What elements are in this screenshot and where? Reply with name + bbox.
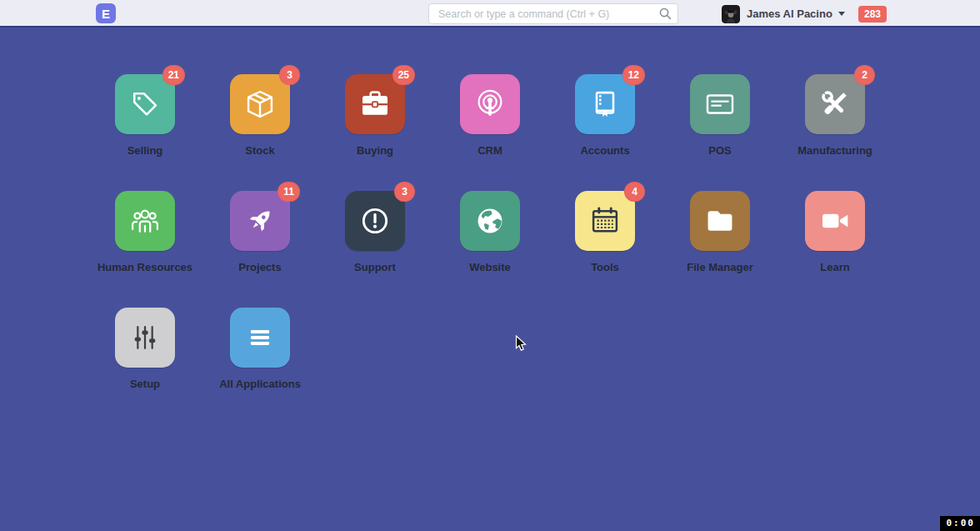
app-label: Learn <box>820 261 849 273</box>
calendar-icon <box>588 204 622 238</box>
app-tile-all-applications[interactable]: All Applications <box>202 308 318 424</box>
app-count-badge: 3 <box>394 182 415 202</box>
app-tile-human-resources[interactable]: Human Resources <box>88 191 202 308</box>
user-avatar <box>722 5 740 23</box>
credit-card-icon <box>703 88 737 121</box>
user-name: James Al Pacino <box>747 8 832 20</box>
app-icon[interactable] <box>230 308 290 368</box>
app-tile-file-manager[interactable]: File Manager <box>662 191 778 308</box>
app-icon[interactable]: 12 <box>575 74 635 134</box>
app-tile-support[interactable]: 3 Support <box>318 191 432 308</box>
package-icon <box>243 88 277 121</box>
journal-icon <box>588 88 622 121</box>
app-label: File Manager <box>687 261 752 273</box>
app-icon[interactable] <box>460 74 520 134</box>
app-count-badge: 21 <box>162 65 185 85</box>
app-tile-crm[interactable]: CRM <box>432 74 548 191</box>
app-label: Buying <box>357 144 393 157</box>
issue-icon <box>358 204 392 238</box>
top-navbar: E James Al Pacino 283 <box>0 0 980 28</box>
app-tile-selling[interactable]: 21 Selling <box>88 74 202 191</box>
app-label: Website <box>469 261 511 273</box>
app-tile-manufacturing[interactable]: 2 Manufacturing <box>778 74 892 191</box>
app-count-badge: 11 <box>278 182 300 202</box>
app-label: Tools <box>591 261 619 273</box>
app-tile-accounts[interactable]: 12 Accounts <box>548 74 662 191</box>
menu-icon <box>243 321 277 354</box>
app-count-badge: 4 <box>624 182 645 202</box>
app-icon[interactable]: 11 <box>230 191 290 251</box>
app-label: Human Resources <box>98 261 192 273</box>
app-tile-website[interactable]: Website <box>432 191 548 308</box>
app-count-badge: 2 <box>854 65 875 85</box>
rocket-icon <box>243 204 277 238</box>
recording-timer: 0:00 <box>940 516 980 531</box>
app-label: Support <box>354 261 396 273</box>
app-label: Projects <box>238 261 281 273</box>
app-label: Manufacturing <box>798 144 872 157</box>
globe-icon <box>473 204 507 238</box>
search-icon[interactable] <box>658 7 672 21</box>
briefcase-icon <box>358 88 392 121</box>
app-tile-pos[interactable]: POS <box>662 74 778 191</box>
chevron-down-icon <box>838 12 845 16</box>
app-tile-buying[interactable]: 25 Buying <box>318 74 432 191</box>
app-label: All Applications <box>219 378 301 390</box>
app-icon[interactable]: 25 <box>345 74 405 134</box>
app-icon[interactable]: 4 <box>575 191 635 251</box>
app-tile-tools[interactable]: 4 Tools <box>548 191 662 308</box>
app-icon[interactable] <box>115 308 175 368</box>
app-tile-setup[interactable]: Setup <box>88 308 202 424</box>
app-label: CRM <box>478 144 502 157</box>
app-count-badge: 12 <box>622 65 645 85</box>
user-menu[interactable]: James Al Pacino <box>722 0 845 28</box>
app-tile-stock[interactable]: 3 Stock <box>202 74 318 191</box>
app-count-badge: 25 <box>392 65 415 85</box>
app-icon[interactable]: 3 <box>345 191 405 251</box>
app-icon[interactable]: 3 <box>230 74 290 134</box>
app-label: Accounts <box>580 144 629 157</box>
folder-icon <box>703 204 737 238</box>
people-icon <box>128 204 162 238</box>
app-label: POS <box>708 144 731 157</box>
app-icon[interactable] <box>690 191 750 251</box>
app-logo[interactable]: E <box>96 3 116 23</box>
tools-icon <box>818 88 852 121</box>
app-label: Stock <box>245 144 274 157</box>
app-icon[interactable]: 21 <box>115 74 175 134</box>
video-camera-icon <box>818 204 852 238</box>
sliders-icon <box>128 321 162 354</box>
app-icon[interactable]: 2 <box>805 74 865 134</box>
app-icon[interactable] <box>115 191 175 251</box>
tag-icon <box>128 88 162 121</box>
app-tile-projects[interactable]: 11 Projects <box>202 191 318 308</box>
app-label: Setup <box>130 378 160 390</box>
app-icon[interactable] <box>460 191 520 251</box>
app-grid: 21 Selling 3 Stock 25 Buying CRM 12 Acco… <box>88 29 892 424</box>
app-tile-learn[interactable]: Learn <box>778 191 892 308</box>
global-search <box>428 3 678 24</box>
notification-count-badge[interactable]: 283 <box>858 6 887 23</box>
broadcast-icon <box>473 88 507 121</box>
app-label: Selling <box>128 144 163 157</box>
search-input[interactable] <box>428 3 678 24</box>
app-icon[interactable] <box>690 74 750 134</box>
app-count-badge: 3 <box>279 65 300 85</box>
app-icon[interactable] <box>805 191 865 251</box>
